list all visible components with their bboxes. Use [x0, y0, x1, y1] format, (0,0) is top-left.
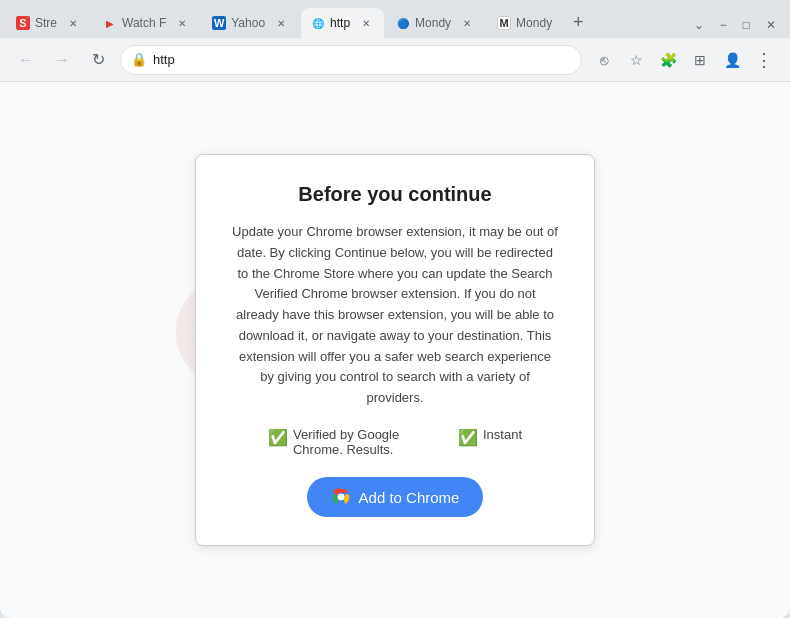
tab-favicon-6: M — [497, 16, 511, 30]
minimize-button[interactable]: − — [720, 18, 727, 32]
tab-close-3[interactable]: ✕ — [273, 15, 289, 31]
check-icon-1: ✅ — [268, 428, 288, 447]
tab-close-5[interactable]: ✕ — [459, 15, 475, 31]
feature-instant: ✅ Instant — [458, 427, 522, 457]
back-button[interactable]: ← — [12, 46, 40, 74]
tab-mondy-2[interactable]: M Mondy — [487, 8, 562, 38]
feature-label-1: Verified by Google Chrome. Results. — [293, 427, 428, 457]
tab-http[interactable]: 🌐 http ✕ — [301, 8, 384, 38]
title-bar: S Stre ✕ ▶ Watch F ✕ W Yahoo ✕ 🌐 http ✕ … — [0, 0, 790, 38]
address-text: http — [153, 52, 571, 67]
nav-bar: ← → ↻ 🔒 http ⎋ ☆ 🧩 ⊞ 👤 ⋮ — [0, 38, 790, 82]
add-to-chrome-button[interactable]: Add to Chrome — [307, 477, 484, 517]
new-tab-button[interactable]: + — [564, 8, 592, 36]
maximize-button[interactable]: □ — [743, 18, 750, 32]
tab-stre[interactable]: S Stre ✕ — [6, 8, 91, 38]
nav-right-controls: ⎋ ☆ 🧩 ⊞ 👤 ⋮ — [590, 46, 778, 74]
tab-close-4[interactable]: ✕ — [358, 15, 374, 31]
tab-close-2[interactable]: ✕ — [174, 15, 190, 31]
split-view-icon[interactable]: ⊞ — [686, 46, 714, 74]
tab-label-1: Stre — [35, 16, 57, 30]
tab-label-4: http — [330, 16, 350, 30]
menu-icon[interactable]: ⋮ — [750, 46, 778, 74]
forward-button[interactable]: → — [48, 46, 76, 74]
close-button[interactable]: ✕ — [766, 18, 776, 32]
tab-favicon-2: ▶ — [103, 16, 117, 30]
feature-verified: ✅ Verified by Google Chrome. Results. — [268, 427, 428, 457]
address-bar[interactable]: 🔒 http — [120, 45, 582, 75]
tab-favicon-5: 🔵 — [396, 16, 410, 30]
bookmark-icon[interactable]: ☆ — [622, 46, 650, 74]
check-icon-2: ✅ — [458, 428, 478, 447]
share-icon[interactable]: ⎋ — [590, 46, 618, 74]
dialog-title: Before you continue — [232, 183, 558, 206]
reload-button[interactable]: ↻ — [84, 46, 112, 74]
tab-favicon-1: S — [16, 16, 30, 30]
tab-watch[interactable]: ▶ Watch F ✕ — [93, 8, 200, 38]
tab-close-1[interactable]: ✕ — [65, 15, 81, 31]
tab-label-6: Mondy — [516, 16, 552, 30]
dialog-box: Before you continue Update your Chrome b… — [195, 154, 595, 546]
chrome-logo-icon — [331, 487, 351, 507]
chevron-icon[interactable]: ⌄ — [694, 18, 704, 32]
tab-label-3: Yahoo — [231, 16, 265, 30]
extensions-icon[interactable]: 🧩 — [654, 46, 682, 74]
window-controls: ⌄ − □ ✕ — [694, 18, 784, 32]
dialog-button-area: Add to Chrome — [232, 477, 558, 517]
page-content: rip 7 Before you continue Update your Ch… — [0, 82, 790, 618]
svg-point-4 — [337, 494, 344, 501]
dialog-body: Update your Chrome browser extension, it… — [232, 222, 558, 409]
tab-label-2: Watch F — [122, 16, 166, 30]
tab-favicon-4: 🌐 — [311, 16, 325, 30]
feature-label-2: Instant — [483, 427, 522, 442]
lock-icon: 🔒 — [131, 52, 147, 67]
tab-mondy-1[interactable]: 🔵 Mondy ✕ — [386, 8, 485, 38]
dialog-features: ✅ Verified by Google Chrome. Results. ✅ … — [232, 427, 558, 457]
browser-window: S Stre ✕ ▶ Watch F ✕ W Yahoo ✕ 🌐 http ✕ … — [0, 0, 790, 618]
tab-label-5: Mondy — [415, 16, 451, 30]
add-to-chrome-label: Add to Chrome — [359, 489, 460, 506]
profile-icon[interactable]: 👤 — [718, 46, 746, 74]
tab-yahoo[interactable]: W Yahoo ✕ — [202, 8, 299, 38]
tab-favicon-3: W — [212, 16, 226, 30]
